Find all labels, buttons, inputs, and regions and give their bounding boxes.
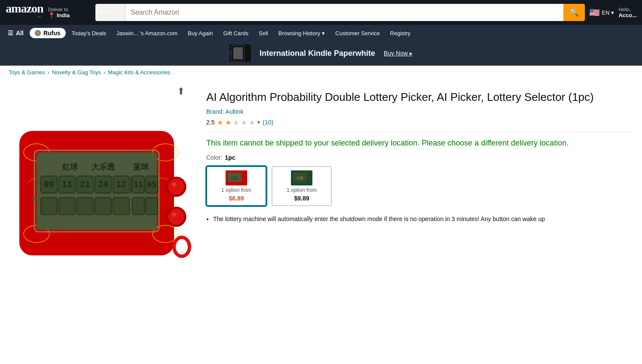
svg-text:红球: 红球 [62,163,78,171]
product-image: 红球 大乐透 蓝球 09 11 21 24 12 11 [9,99,193,283]
svg-text:09: 09 [44,179,54,189]
variant-option-1[interactable]: LCD 1 option from $6.89 [206,166,266,206]
breadcrumb-toys-games[interactable]: Toys & Games [9,69,45,76]
secondary-nav: ☰ All Rufus Today's Deals Jaswin... 's A… [0,25,642,41]
svg-rect-35 [146,197,158,215]
review-count[interactable]: (10) [263,119,273,126]
svg-point-37 [168,179,184,194]
svg-rect-2 [229,51,231,56]
breadcrumb-separator-2: › [104,69,105,76]
variant-option-2[interactable]: LCD 1 option from $9.89 [272,166,332,206]
star-rating: ★ ★ ★ ★ ★ [217,118,255,127]
language-selector[interactable]: 🇺🇸 EN ▾ [589,7,614,18]
search-category-dropdown[interactable]: All ▾ [95,4,125,21]
product-image-svg: 红球 大乐透 蓝球 09 11 21 24 12 11 [11,105,191,277]
svg-point-43 [177,241,186,253]
share-icon: ⬆ [177,86,185,97]
breadcrumb-separator-1: › [48,69,49,76]
product-image-column: ⬆ [9,86,193,283]
variant-2-price: $9.89 [294,195,309,202]
lang-chevron-icon: ▾ [611,9,614,16]
divider-1 [206,132,633,132]
breadcrumb-novelty-gag[interactable]: Novelty & Gag Toys [52,69,101,76]
search-bar: All ▾ 🔍 [95,4,585,21]
rufus-label: Rufus [43,30,61,36]
sidebar-item-jaswins-amazon[interactable]: Jaswin... 's Amazon.com [112,25,182,41]
sidebar-item-registry[interactable]: Registry [386,25,415,41]
variant-options: LCD 1 option from $6.89 LCD 1 option fro… [206,166,633,206]
chevron-down-icon: ▾ [106,9,109,15]
svg-point-38 [172,182,176,187]
variant-2-thumbnail: LCD [291,170,312,185]
search-button[interactable]: 🔍 [563,4,585,21]
svg-rect-34 [132,197,144,215]
kindle-banner-image [229,45,251,62]
banner-buy-now-button[interactable]: Buy Now ▸ [384,50,413,57]
hamburger-icon: ☰ [8,30,13,36]
location-pin-icon: 📍 [48,12,55,18]
svg-point-41 [172,212,176,217]
rufus-icon [35,30,41,36]
svg-text:24: 24 [98,179,108,189]
sidebar-item-gift-cards[interactable]: Gift Cards [219,25,253,41]
deliver-to-label: Deliver to [48,7,91,12]
svg-text:大乐透: 大乐透 [91,163,115,171]
rufus-button[interactable]: Rufus [30,28,66,38]
svg-rect-29 [41,197,57,215]
shipping-warning: This item cannot be shipped to your sele… [206,137,633,149]
all-label: All [16,30,24,36]
sidebar-item-sell[interactable]: Sell [254,25,272,41]
share-button[interactable]: ⬆ [177,86,185,97]
hello-label: Hello, [618,7,637,12]
brand-link[interactable]: Brand: Aultink [206,108,243,115]
rating-dropdown[interactable]: ▾ [257,119,260,125]
color-label: Color: [206,154,222,161]
deliver-location[interactable]: Deliver to 📍 India [48,7,91,18]
product-title: AI Algorithm Probability Double Lottery … [206,90,633,105]
banner-headline: International Kindle Paperwhite [260,49,375,58]
star-3-icon: ★ [233,119,239,126]
star-5-icon: ★ [249,119,255,126]
account-label: Acco... [618,12,637,18]
sidebar-item-todays-deals[interactable]: Today's Deals [67,25,111,41]
search-category-label: All [99,9,104,15]
variant-1-price: $6.89 [229,195,244,202]
logo-smile-icon: ⌒ [5,15,44,23]
variant-1-thumbnail: LCD [226,170,247,185]
svg-text:05: 05 [147,180,156,189]
svg-rect-1 [233,47,243,59]
sidebar-item-browsing-history[interactable]: Browsing History ▾ [274,25,330,41]
rating-row: 2.5 ★ ★ ★ ★ ★ ▾ (10) [206,118,633,127]
color-selection-row: Color: 1pc [206,154,633,161]
star-1-icon: ★ [217,119,223,126]
svg-rect-32 [95,197,111,215]
star-4-icon: ★ [241,119,247,126]
bullet-list: The lottery machine will automatically e… [206,215,633,224]
sidebar-item-buy-again[interactable]: Buy Again [183,25,217,41]
all-menu-button[interactable]: ☰ All [3,25,28,41]
product-area: ⬆ [0,79,642,290]
account-area[interactable]: Hello, Acco... [618,7,637,18]
svg-point-44 [33,198,36,201]
breadcrumb: Toys & Games › Novelty & Gag Toys › Magi… [0,66,642,79]
svg-text:12: 12 [116,179,126,189]
bullet-1: The lottery machine will automatically e… [213,215,633,224]
svg-point-40 [168,209,184,224]
brand-row: Brand: Aultink [206,108,633,115]
search-input[interactable] [125,4,563,21]
promotional-banner: International Kindle Paperwhite Buy Now … [0,41,642,66]
svg-rect-31 [77,197,93,215]
search-icon: 🔍 [569,8,579,17]
breadcrumb-magic-kits[interactable]: Magic Kits & Accessories [108,69,170,76]
sidebar-item-customer-service[interactable]: Customer Service [331,25,384,41]
svg-text:11: 11 [134,180,143,189]
deliver-country: 📍 India [48,12,91,18]
logo-text: amazon [6,2,43,15]
variant-2-price-label: 1 option from [287,187,317,193]
svg-text:21: 21 [80,179,90,189]
svg-rect-30 [59,197,75,215]
amazon-logo[interactable]: amazon ⌒ [5,2,44,23]
svg-text:LCD: LCD [232,176,238,180]
language-label: EN [602,9,609,16]
star-2-icon: ★ [225,119,231,126]
